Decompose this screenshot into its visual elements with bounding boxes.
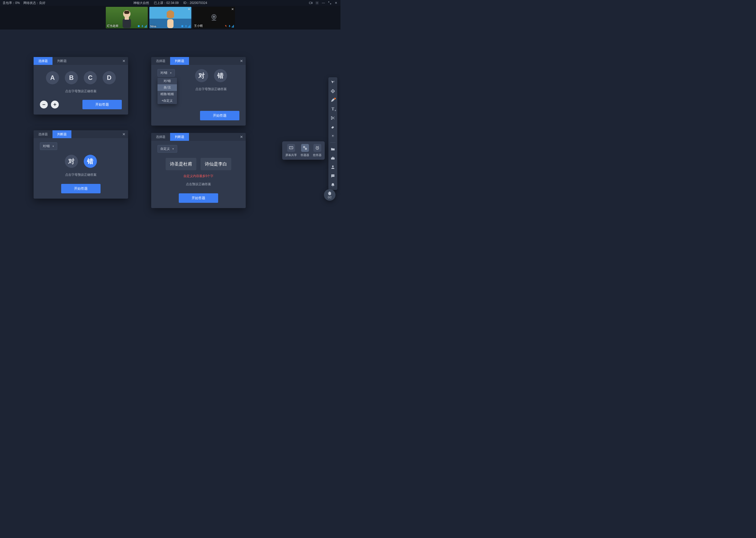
chevron-down-icon: ▼	[172, 148, 174, 150]
settings-icon[interactable]	[315, 1, 319, 5]
scissors-icon[interactable]	[330, 116, 335, 120]
video-tile-teacher[interactable]: 叮当老师	[106, 7, 148, 28]
hint-text: 点击预设正确答案	[186, 182, 211, 187]
custom-option-a[interactable]: 诗圣是杜甫	[165, 158, 196, 170]
camera-icon[interactable]	[309, 1, 313, 5]
option-c[interactable]: C	[84, 71, 97, 84]
start-quiz-button[interactable]: 开始答题	[200, 111, 239, 120]
tab-judge[interactable]: 判断题	[53, 57, 71, 65]
right-toolbar: T	[328, 77, 337, 190]
svg-rect-4	[122, 19, 131, 28]
svg-text:B: B	[305, 148, 306, 149]
option-true[interactable]: 对	[65, 155, 78, 168]
text-icon[interactable]: T	[330, 107, 335, 111]
user-icon[interactable]	[330, 165, 335, 169]
option-d[interactable]: D	[103, 71, 116, 84]
video-name-label: 叮当老师	[107, 24, 118, 28]
cursor-sparkle-icon[interactable]	[330, 80, 335, 84]
folder-icon[interactable]	[330, 147, 335, 152]
option-a[interactable]: A	[46, 71, 59, 84]
video-tile-student-2[interactable]: ✕ 王小明	[193, 7, 235, 28]
tab-choice[interactable]: 选择题	[34, 57, 53, 65]
answer-tool-button[interactable]: AB 答题器	[301, 144, 309, 157]
svg-point-16	[334, 81, 334, 81]
buzzer-icon	[313, 144, 321, 152]
hand-raise-count: 0/2	[328, 196, 332, 199]
svg-point-13	[213, 16, 215, 18]
dropdown-item[interactable]: 对/错	[158, 78, 177, 84]
answer-tool-label: 答题器	[301, 153, 309, 157]
svg-rect-15	[229, 25, 230, 27]
start-quiz-button[interactable]: 开始答题	[179, 193, 218, 203]
start-quiz-button[interactable]: 开始答题	[82, 100, 122, 109]
remove-student-icon[interactable]: ✕	[188, 7, 190, 11]
option-false[interactable]: 错	[214, 69, 227, 82]
screen-share-icon	[287, 144, 295, 152]
option-true[interactable]: 对	[195, 69, 208, 82]
buzzer-button[interactable]: 抢答器	[313, 144, 321, 157]
svg-rect-0	[309, 2, 311, 4]
video-name-label: Nina	[150, 25, 157, 28]
hint-text: 点击字母预设正确答案	[65, 89, 97, 93]
toolbox-icon[interactable]	[330, 156, 335, 161]
close-icon[interactable]: ✕	[120, 132, 128, 136]
quiz-panel-custom: 选择题 判断题 ✕ 自定义 ▼ 诗圣是杜甫 诗仙是李白 自定义内容最多5个字 点…	[151, 133, 246, 208]
chat-icon[interactable]	[330, 174, 335, 178]
judge-style-select[interactable]: 对/错 ▼	[158, 69, 175, 77]
svg-rect-5	[125, 17, 129, 20]
judge-style-dropdown: 对/错 美/丑 精致/粗糙 +自定义	[158, 78, 177, 104]
tab-judge[interactable]: 判断题	[53, 130, 71, 138]
mic-indicator	[181, 25, 190, 27]
minimize-button[interactable]: —	[321, 1, 325, 5]
svg-rect-22	[331, 158, 335, 160]
custom-option-b[interactable]: 诗仙是李白	[201, 158, 231, 170]
select-value: 对/错	[161, 71, 167, 75]
bell-icon[interactable]	[330, 183, 335, 187]
tab-choice[interactable]: 选择题	[151, 57, 170, 65]
answer-tool-icon: AB	[301, 144, 309, 152]
remove-option-button[interactable]: −	[40, 101, 48, 108]
close-button[interactable]: ✕	[334, 1, 338, 5]
quiz-panel-judge-selected: 选择题 判断题 ✕ 对/错 ▼ 对 错 点击字母预设正确答案 开始答题	[34, 130, 128, 198]
judge-style-select[interactable]: 自定义 ▼	[158, 145, 177, 153]
dropdown-item[interactable]: 精致/粗糙	[158, 91, 177, 97]
hand-raise-button[interactable]: 0/2	[324, 189, 336, 201]
tab-choice[interactable]: 选择题	[151, 133, 170, 141]
close-icon[interactable]: ✕	[237, 59, 246, 63]
warning-text: 自定义内容最多5个字	[183, 174, 214, 178]
network-status: 网络状态：良好	[24, 1, 45, 5]
pen-icon[interactable]	[330, 98, 335, 102]
screen-share-button[interactable]: 屏幕共享	[285, 144, 297, 157]
move-icon[interactable]	[330, 89, 335, 93]
svg-point-1	[316, 2, 318, 3]
eraser-icon[interactable]	[330, 125, 335, 129]
quiz-panel-choice: 选择题 判断题 ✕ A B C D 点击字母预设正确答案 − + 开始答题	[34, 57, 128, 115]
dropdown-item[interactable]: 美/丑	[158, 84, 177, 91]
option-b[interactable]: B	[65, 71, 78, 84]
video-tile-student-1[interactable]: ✕ Nina	[149, 7, 191, 28]
laser-dot-icon[interactable]	[330, 134, 335, 138]
svg-point-26	[333, 176, 333, 176]
tab-judge[interactable]: 判断题	[170, 57, 189, 65]
svg-point-17	[334, 82, 335, 82]
tab-judge[interactable]: 判断题	[170, 133, 189, 141]
close-icon[interactable]: ✕	[237, 135, 246, 139]
quiz-panel-judge-dropdown: 选择题 判断题 ✕ 对/错 ▼ 对/错 美/丑 精致/粗糙 +自定义 对	[151, 57, 246, 126]
start-quiz-button[interactable]: 开始答题	[61, 184, 101, 193]
maximize-button[interactable]	[328, 1, 332, 5]
chevron-down-icon: ▼	[169, 72, 172, 74]
svg-point-10	[181, 25, 183, 27]
judge-style-select[interactable]: 对/错 ▼	[40, 142, 57, 150]
option-false[interactable]: 错	[84, 155, 97, 168]
remove-student-icon[interactable]: ✕	[231, 7, 234, 11]
close-icon[interactable]: ✕	[120, 59, 128, 63]
video-strip: 叮当老师 ✕ Nina ✕ 王小明	[0, 6, 341, 29]
add-option-button[interactable]: +	[51, 101, 59, 108]
mic-indicator	[224, 25, 234, 27]
svg-rect-7	[142, 25, 143, 27]
svg-rect-23	[332, 157, 334, 158]
tab-choice[interactable]: 选择题	[34, 130, 53, 138]
svg-point-27	[334, 176, 334, 176]
dropdown-item[interactable]: +自定义	[158, 97, 177, 104]
hint-text: 点击字母预设正确答案	[65, 173, 97, 177]
